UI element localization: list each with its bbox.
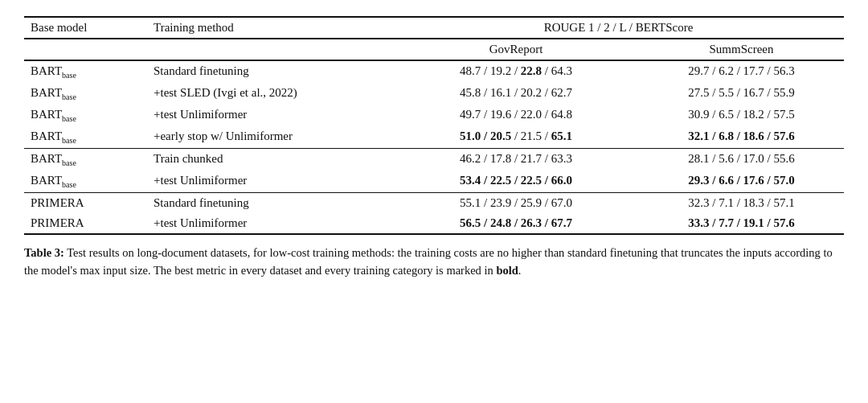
table-row: BARTbase +test Unlimiformer 49.7 / 19.6 … — [24, 105, 844, 126]
cell-gov: 53.4 / 22.5 / 22.5 / 66.0 — [393, 171, 639, 193]
cell-summ: 29.3 / 6.6 / 17.6 / 57.0 — [639, 171, 844, 193]
col-header-method: Training method — [147, 17, 393, 39]
cell-gov: 48.7 / 19.2 / 22.8 / 64.3 — [393, 60, 639, 83]
cell-summ: 32.1 / 6.8 / 18.6 / 57.6 — [639, 126, 844, 149]
cell-method: +test Unlimiformer — [147, 105, 393, 126]
table-container: Base model Training method ROUGE 1 / 2 /… — [24, 16, 844, 280]
cell-method: +test SLED (Ivgi et al., 2022) — [147, 83, 393, 105]
col-subheader-summscreen: SummScreen — [639, 39, 844, 60]
cell-base-model: BARTbase — [24, 60, 147, 83]
cell-summ: 30.9 / 6.5 / 18.2 / 57.5 — [639, 105, 844, 126]
results-table: Base model Training method ROUGE 1 / 2 /… — [24, 16, 844, 235]
table-row: PRIMERA +test Unlimiformer 56.5 / 24.8 /… — [24, 213, 844, 234]
cell-method: +test Unlimiformer — [147, 213, 393, 234]
table-row: BARTbase +early stop w/ Unlimiformer 51.… — [24, 126, 844, 149]
cell-summ: 27.5 / 5.5 / 16.7 / 55.9 — [639, 83, 844, 105]
cell-gov: 51.0 / 20.5 / 21.5 / 65.1 — [393, 126, 639, 149]
table-row: BARTbase +test SLED (Ivgi et al., 2022) … — [24, 83, 844, 105]
cell-gov: 55.1 / 23.9 / 25.9 / 67.0 — [393, 193, 639, 214]
subscript: base — [62, 93, 76, 101]
cell-method: Standard finetuning — [147, 60, 393, 83]
cell-method: +early stop w/ Unlimiformer — [147, 126, 393, 149]
subscript: base — [62, 180, 76, 189]
cell-base-model: PRIMERA — [24, 193, 147, 214]
cell-base-model: BARTbase — [24, 105, 147, 126]
cell-method: Train chunked — [147, 149, 393, 171]
cell-base-model: BARTbase — [24, 126, 147, 149]
caption-bold: bold — [496, 264, 518, 277]
cell-summ: 33.3 / 7.7 / 19.1 / 57.6 — [639, 213, 844, 234]
cell-summ: 32.3 / 7.1 / 18.3 / 57.1 — [639, 193, 844, 214]
subscript: base — [62, 158, 76, 167]
table-row: PRIMERA Standard finetuning 55.1 / 23.9 … — [24, 193, 844, 214]
table-caption: Table 3: Test results on long-document d… — [24, 245, 844, 280]
cell-summ: 28.1 / 5.6 / 17.0 / 55.6 — [639, 149, 844, 171]
cell-base-model: BARTbase — [24, 171, 147, 193]
caption-label: Table 3: — [24, 246, 64, 259]
cell-method: Standard finetuning — [147, 193, 393, 214]
subscript: base — [62, 114, 76, 123]
col-header-rouge: ROUGE 1 / 2 / L / BERTScore — [393, 17, 844, 39]
cell-method: +test Unlimiformer — [147, 171, 393, 193]
caption-end: . — [518, 264, 522, 277]
cell-base-model: BARTbase — [24, 83, 147, 105]
cell-gov: 46.2 / 17.8 / 21.7 / 63.3 — [393, 149, 639, 171]
cell-gov: 49.7 / 19.6 / 22.0 / 64.8 — [393, 105, 639, 126]
subscript: base — [62, 136, 76, 145]
col-header-base: Base model — [24, 17, 147, 39]
cell-base-model: BARTbase — [24, 149, 147, 171]
table-row: BARTbase +test Unlimiformer 53.4 / 22.5 … — [24, 171, 844, 193]
col-subheader-govreport: GovReport — [393, 39, 639, 60]
cell-gov: 45.8 / 16.1 / 20.2 / 62.7 — [393, 83, 639, 105]
caption-text: Test results on long-document datasets, … — [24, 246, 833, 277]
subscript: base — [62, 71, 76, 80]
table-row: BARTbase Standard finetuning 48.7 / 19.2… — [24, 60, 844, 83]
col-subheader-method-empty — [147, 39, 393, 60]
cell-gov: 56.5 / 24.8 / 26.3 / 67.7 — [393, 213, 639, 234]
cell-summ: 29.7 / 6.2 / 17.7 / 56.3 — [639, 60, 844, 83]
table-row: BARTbase Train chunked 46.2 / 17.8 / 21.… — [24, 149, 844, 171]
cell-base-model: PRIMERA — [24, 213, 147, 234]
col-subheader-base-empty — [24, 39, 147, 60]
